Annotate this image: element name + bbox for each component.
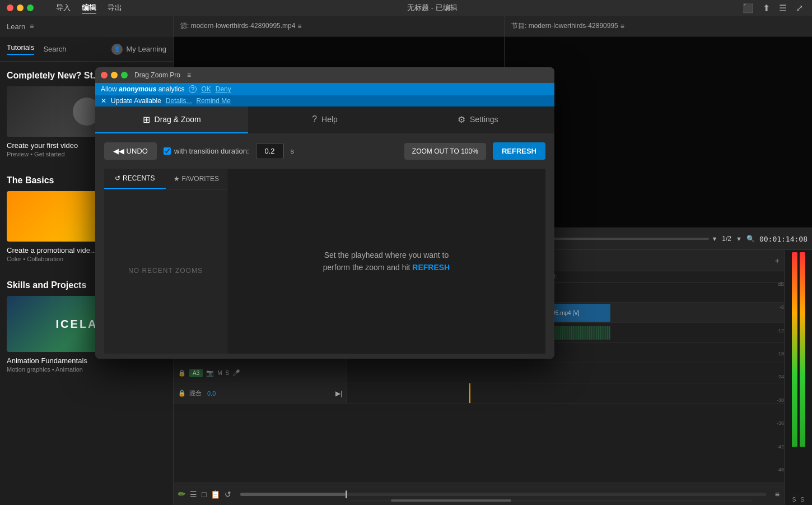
modal-undo-button[interactable]: ◀◀ UNDO (104, 142, 157, 160)
modal-title-bar: Drag Zoom Pro ≡ (95, 67, 554, 83)
drag-zoom-modal: Drag Zoom Pro ≡ Allow anonymous analytic… (95, 67, 554, 359)
meter-neg36: -36 (777, 420, 784, 426)
track-a3-label: 🔒 A3 📷 M S 🎤 (174, 363, 347, 383)
tab-help[interactable]: ? Help (248, 106, 401, 133)
source-menu-icon[interactable]: ≡ (297, 22, 301, 30)
duration-input[interactable] (256, 143, 284, 159)
tab-settings[interactable]: ⚙ Settings (402, 106, 554, 133)
modal-details-button[interactable]: Details... (166, 97, 192, 105)
storyboard-icon[interactable]: □ (202, 490, 206, 499)
modal-notif-allow: Allow anonymous analytics (101, 85, 184, 93)
fraction-dropdown[interactable]: ▼ (736, 235, 742, 242)
left-tabs: Tutorials Search 👤 My Learning (0, 37, 173, 62)
modal-menu-icon[interactable]: ≡ (187, 71, 191, 79)
learn-label[interactable]: Learn (7, 22, 25, 31)
modal-notification-bar: Allow anonymous analytics ? OK Deny (95, 83, 554, 95)
modal-maximize-button[interactable] (121, 72, 128, 78)
user-avatar: 👤 (111, 44, 123, 55)
expand-icon[interactable]: ⬛ (743, 3, 754, 13)
window-title: 无标题 - 已编辑 (122, 3, 743, 13)
add-track-icon[interactable]: + (775, 256, 780, 265)
favorites-tab[interactable]: ★ FAVORITES (166, 169, 227, 189)
track-mix-play[interactable]: ▶| (335, 390, 342, 397)
insert-edit-icon[interactable]: 📋 (211, 490, 220, 499)
timeline-scrollbar[interactable] (351, 499, 753, 502)
track-a3-lock[interactable]: 🔒 (178, 369, 186, 377)
fraction-label: 1/2 (722, 235, 731, 243)
drag-zoom-tab-icon: ⊞ (143, 114, 150, 125)
menu-export[interactable]: 导出 (108, 3, 122, 13)
audio-meter: S S (784, 250, 812, 505)
no-recents-message: NO RECENT ZOOMS (104, 189, 227, 352)
track-a3-mic[interactable]: 🎤 (232, 369, 240, 377)
my-learning-label: My Learning (126, 45, 166, 53)
meter-neg18: -18 (777, 351, 784, 356)
track-a3-s[interactable]: S (226, 370, 230, 376)
tab-tutorials[interactable]: Tutorials (7, 43, 34, 55)
modal-notif-info[interactable]: ? (189, 85, 197, 93)
modal-remind-button[interactable]: Remind Me (197, 97, 231, 105)
modal-recents-panel: ↺ RECENTS ★ FAVORITES NO RECENT ZOOMS (104, 169, 227, 354)
track-a3-m[interactable]: M (217, 370, 222, 376)
modal-update-close[interactable]: ✕ (101, 97, 106, 105)
meter-s-right: S (801, 497, 805, 503)
transition-label: with transition duration: (174, 147, 249, 155)
recents-tab[interactable]: ↺ RECENTS (104, 169, 166, 189)
fullscreen-icon[interactable]: ⤢ (796, 3, 803, 13)
modal-close-button[interactable] (101, 72, 108, 78)
my-learning-button[interactable]: 👤 My Learning (111, 44, 166, 55)
track-mix-value: 0.0 (207, 390, 216, 397)
track-a3-camera[interactable]: 📷 (206, 369, 214, 377)
settings-tb-icon[interactable]: ≡ (775, 490, 780, 499)
transition-checkbox[interactable] (164, 147, 171, 155)
left-header: Learn ≡ (0, 16, 173, 37)
settings-tab-icon: ⚙ (458, 114, 465, 125)
modal-recents-tabs: ↺ RECENTS ★ FAVORITES (104, 169, 227, 189)
undo-tb-icon[interactable]: ↺ (225, 490, 231, 499)
duration-unit-label: s (291, 147, 295, 155)
close-button[interactable] (7, 4, 13, 11)
title-bar-menu: 导入 编辑 导出 (34, 3, 122, 13)
zoom-out-button[interactable]: ZOOM OUT TO 100% (404, 143, 486, 160)
menu-edit[interactable]: 编辑 (82, 3, 96, 13)
modal-main-panel: Set the playhead where you want to perfo… (227, 169, 545, 354)
meter-neg12: -12 (777, 328, 784, 333)
meter-neg48: -48 (777, 467, 784, 472)
meter-s-left: S (792, 497, 796, 503)
meter-neg6: -6 (780, 304, 784, 310)
minimize-button[interactable] (17, 4, 24, 11)
tab-help-label: Help (321, 115, 338, 124)
traffic-lights (0, 4, 34, 11)
source-label: 源: modern-lowerthirds-42890995.mp4 (180, 21, 295, 31)
modal-content-area: ↺ RECENTS ★ FAVORITES NO RECENT ZOOMS Se… (104, 169, 545, 354)
scrubber-bar[interactable] (240, 493, 766, 496)
tab-search[interactable]: Search (43, 45, 66, 53)
menu-import[interactable]: 导入 (56, 3, 71, 13)
hamburger-icon[interactable]: ≡ (30, 22, 34, 30)
modal-tabs: ⊞ Drag & Zoom ? Help ⚙ Settings (95, 106, 554, 133)
program-menu-icon[interactable]: ≡ (620, 22, 624, 30)
tab-drag-zoom[interactable]: ⊞ Drag & Zoom (95, 106, 248, 133)
track-mix: 🔒 混合 0.0 ▶| (174, 383, 784, 404)
modal-minimize-button[interactable] (111, 72, 118, 78)
refresh-button[interactable]: REFRESH (493, 142, 545, 160)
meter-bars (787, 252, 810, 495)
modal-ok-button[interactable]: OK (201, 85, 211, 93)
zoom-icon[interactable]: 🔍 (746, 235, 755, 243)
modal-deny-button[interactable]: Deny (216, 85, 231, 93)
modal-traffic-lights (101, 72, 128, 78)
recents-icon: ↺ (115, 174, 120, 182)
track-mix-lock[interactable]: 🔒 (178, 390, 186, 397)
layout-icon[interactable]: ☰ (779, 3, 787, 13)
fit-dropdown[interactable]: ▼ (711, 235, 717, 242)
modal-controls-row: ◀◀ UNDO with transition duration: s ZOOM… (104, 142, 545, 160)
track-a3: 🔒 A3 📷 M S 🎤 (174, 363, 784, 383)
pencil-icon[interactable]: ✏ (178, 489, 185, 499)
favorites-label: FAVORITES (182, 175, 219, 183)
title-bar: 导入 编辑 导出 无标题 - 已编辑 ⬛ ⬆ ☰ ⤢ (0, 0, 812, 16)
list-icon[interactable]: ☰ (190, 490, 197, 499)
track-a3-content (347, 363, 784, 383)
share-icon[interactable]: ⬆ (763, 3, 770, 13)
modal-transition-checkbox-label[interactable]: with transition duration: (164, 147, 249, 155)
maximize-button[interactable] (27, 4, 34, 11)
